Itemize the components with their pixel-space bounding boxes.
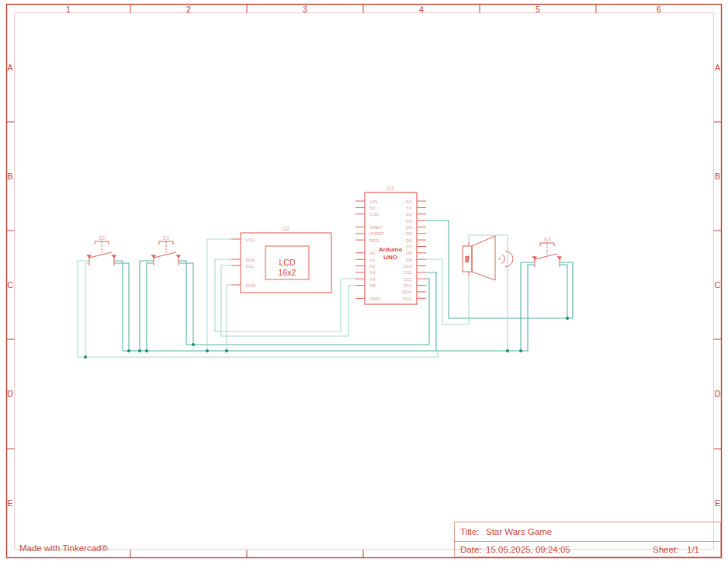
wire-s3-right-inner (560, 265, 567, 318)
title-label: Title: (460, 527, 486, 536)
arduino-pin-label-RES: RES (369, 238, 380, 243)
arduino-pin-label-D2: D2 (406, 211, 412, 217)
grid-row-label-right: D (715, 389, 721, 398)
grid-col-label: 5 (536, 5, 540, 14)
wire-s1-left-inner (147, 263, 154, 351)
wire-d12-to-s1 (186, 279, 429, 345)
lcd-pin-label-GND: GND (245, 283, 256, 288)
lcd-pin-label-SDA: SDA (245, 257, 256, 262)
arduino-pin-label-D10: D10 (404, 263, 413, 269)
arduino-pin-label-D5: D5 (406, 231, 412, 236)
arduino-pin-label-D8: D8 (406, 250, 412, 255)
grid-row-label-right: C (715, 280, 721, 290)
switch-ref: S1 (163, 235, 170, 241)
grid-row-label-right: B (715, 172, 720, 181)
wire-lcd-gnd (227, 285, 231, 351)
grid-col-label: 6 (657, 5, 661, 14)
wires (78, 220, 573, 357)
arduino-pin-label-A4: A4 (369, 276, 376, 282)
arduino-pin-label-A0: A0 (369, 250, 376, 255)
switch-ref: S3 (544, 237, 551, 242)
arduino-pin-label-D4: D4 (406, 224, 412, 230)
switch-S1: S1 (151, 235, 182, 266)
junction-dot (566, 317, 569, 320)
grid-col-label: 1 (66, 5, 71, 14)
wire-s2-right-outer (114, 261, 123, 351)
schematic-sheet: 123456AABBCCDDEEU1ArduinoUNOVIN5V3.3VARE… (0, 0, 728, 562)
arduino-name-line2: UNO (383, 254, 397, 261)
grid-row-label-right: A (715, 63, 720, 72)
arduino-pin-label-RX: RX (405, 199, 412, 204)
arduino-pin-label-5V: 5V (369, 205, 376, 210)
arduino-pin-label-IOREF: IOREF (369, 231, 384, 236)
sheet-field: Sheet:1/1 (653, 545, 699, 554)
arduino-pin-label-D13: D13 (404, 283, 413, 288)
arduino-pin-label-D11: D11 (404, 269, 412, 275)
wire-lcd-vcc (207, 239, 231, 351)
arduino-pin-label-VIN: VIN (369, 199, 377, 204)
junction-dot (138, 349, 141, 352)
arduino-name-line1: Arduino (379, 246, 403, 253)
arduino-pin-label-SDA: SDA (402, 289, 413, 294)
piezo-speaker: PZ1 (463, 236, 513, 280)
arduino-pin-label-D6: D6 (406, 238, 412, 243)
sheet-value: 1/1 (687, 545, 699, 554)
inner-border (15, 13, 714, 550)
made-with-tinkercad: Made with Tinkercad® (19, 543, 108, 553)
switch-contact-arrow-right (176, 255, 182, 258)
arduino-pin-label-D9: D9 (406, 257, 412, 262)
arduino-pin-label-A3: A3 (369, 269, 376, 275)
grid-col-label: 3 (303, 5, 307, 14)
junction-dot (225, 349, 228, 352)
switch-contact-arrow-right (557, 256, 563, 260)
arduino-pin-label-A2: A2 (369, 263, 376, 269)
wire-s2-right-inner (114, 263, 129, 351)
arduino-pin-label-D3: D3 (406, 218, 412, 224)
grid-row-label-left: D (7, 389, 13, 398)
arduino-pin-label-GND: GND (369, 296, 380, 301)
lcd-text-line1: LCD (279, 258, 295, 267)
lcd-16x2: U2LCD16x2VCCSDASCLGND (231, 225, 331, 293)
sound-wave-arc-2 (505, 252, 513, 267)
date-row: Date: 15.05.2025, 09:24:05 Sheet:1/1 (455, 542, 720, 557)
speaker-cone (472, 236, 495, 280)
lcd-pin-label-VCC: VCC (245, 237, 256, 242)
lcd-ref: U2 (283, 225, 290, 232)
arduino-ref: U1 (387, 185, 395, 192)
junction-dot (506, 349, 509, 352)
arduino-pin-label-A1: A1 (369, 257, 376, 262)
wire-bus-bottom (78, 351, 438, 357)
arduino-pin-label-SCL: SCL (403, 296, 413, 301)
title-block: Title: Star Wars Game Date: 15.05.2025, … (454, 522, 721, 557)
junction-dot (145, 349, 148, 352)
grid-row-label-left: C (7, 280, 13, 290)
arduino-pin-label-TX: TX (406, 205, 412, 210)
grid-col-label: 2 (186, 5, 191, 14)
wire-speaker-top-loop (469, 235, 508, 351)
sound-waves-icon (499, 258, 501, 260)
switch-ref: S2 (99, 235, 106, 241)
switch-S2: S2 (87, 235, 117, 266)
wire-d11-to-bus (426, 272, 436, 351)
junction-dot (519, 349, 522, 352)
junction-dot (84, 356, 87, 359)
arduino-pin-label-AREF: AREF (369, 224, 383, 230)
junction-dot (127, 349, 130, 352)
wire-s3-right-outer (560, 262, 573, 318)
arduino-uno: U1ArduinoUNOVIN5V3.3VAREFIOREFRESA0A1A2A… (355, 185, 426, 304)
wire-s1-right-outer (179, 261, 186, 345)
arduino-pin-label-A5: A5 (369, 283, 376, 288)
lcd-text-line2: 16x2 (279, 268, 296, 277)
schematic-canvas: 123456AABBCCDDEEU1ArduinoUNOVIN5V3.3VARE… (0, 0, 728, 562)
sheet-frame: 123456AABBCCDDEE (7, 5, 722, 558)
grid-col-label: 4 (419, 5, 424, 14)
switch-lever (154, 252, 176, 258)
switch-contact-arrow-right (112, 255, 117, 258)
grid-row-label-left: E (7, 498, 12, 508)
wire-s3-left-inner (528, 265, 535, 351)
grid-row-label-left: A (7, 63, 12, 72)
switch-lever (535, 254, 557, 259)
junction-dot (206, 349, 209, 352)
title-value: Star Wars Game (486, 527, 552, 536)
arduino-pin-label-D7: D7 (406, 244, 412, 249)
